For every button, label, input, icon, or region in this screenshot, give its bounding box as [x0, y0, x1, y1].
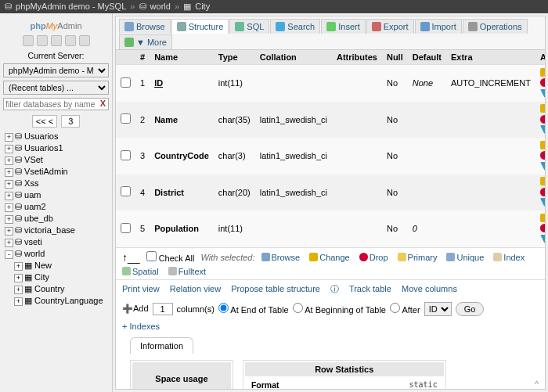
th-collation[interactable]: Collation — [255, 50, 332, 65]
add-count-input[interactable] — [153, 303, 173, 315]
tab-operations[interactable]: Operations — [463, 19, 528, 34]
expand-icon[interactable]: + — [5, 215, 13, 224]
action-drop[interactable]: Drop — [540, 78, 545, 88]
expand-icon[interactable]: + — [14, 274, 23, 282]
action-more[interactable]: More — [540, 234, 545, 243]
expand-icon[interactable]: + — [5, 145, 13, 153]
sidebar-quick-icons[interactable] — [3, 35, 109, 48]
db-node[interactable]: +⛁ uam2 — [3, 201, 109, 213]
th-name[interactable]: Name — [150, 50, 214, 65]
expand-icon[interactable]: + — [5, 239, 13, 247]
server-select[interactable]: phpMyAdmin demo - My — [3, 63, 109, 77]
db-node[interactable]: +⛁ ube_db — [3, 213, 109, 225]
move-columns-link[interactable]: Move columns — [402, 284, 457, 293]
db-crumb[interactable]: world — [150, 2, 171, 11]
tab-search[interactable]: Search — [270, 19, 320, 34]
th-type[interactable]: Type — [214, 50, 255, 65]
opt-end[interactable]: At End of Table — [218, 303, 289, 315]
expand-icon[interactable]: + — [14, 262, 23, 271]
row-checkbox[interactable] — [121, 186, 131, 196]
hide-console[interactable]: ^ — [535, 380, 539, 389]
expand-icon[interactable]: + — [5, 156, 13, 165]
tab-structure[interactable]: Structure — [171, 19, 229, 34]
expand-icon[interactable]: + — [5, 180, 13, 189]
db-pager[interactable]: << < 3 — [3, 115, 109, 128]
row-checkbox[interactable] — [121, 150, 131, 160]
row-checkbox[interactable] — [121, 113, 131, 124]
th-attributes[interactable]: Attributes — [332, 50, 382, 65]
db-node[interactable]: +⛁ vseti — [3, 236, 109, 248]
db-node[interactable]: +⛁ victoria_base — [3, 225, 109, 236]
table-node[interactable]: +▦ City — [3, 272, 109, 283]
tab-insert[interactable]: Insert — [321, 19, 366, 34]
tab-export[interactable]: Export — [366, 19, 414, 34]
server-crumb[interactable]: phpMyAdmin demo - MySQL — [16, 2, 126, 11]
information-tab[interactable]: Information — [130, 337, 193, 354]
ws-unique[interactable]: Unique — [446, 253, 484, 262]
ws-browse[interactable]: Browse — [261, 253, 301, 262]
table-node[interactable]: +▦ Country — [3, 283, 109, 295]
opt-begin[interactable]: At Beginning of Table — [293, 303, 386, 315]
th-default[interactable]: Default — [408, 50, 446, 65]
expand-icon[interactable]: + — [5, 133, 13, 142]
print-view-link[interactable]: Print view — [122, 284, 160, 293]
row-checkbox[interactable] — [121, 223, 131, 233]
pager-page[interactable]: 3 — [61, 115, 80, 128]
db-node[interactable]: +⛁ Usuarios1 — [3, 142, 109, 154]
action-more[interactable]: More — [540, 198, 545, 207]
ws-drop[interactable]: Drop — [359, 253, 388, 262]
tab-import[interactable]: Import — [415, 19, 462, 34]
expand-icon[interactable]: + — [5, 192, 13, 200]
indexes-toggle[interactable]: + Indexes — [122, 322, 160, 331]
action-change[interactable]: Change — [540, 140, 545, 149]
expand-icon[interactable]: - — [5, 250, 13, 259]
table-crumb[interactable]: City — [195, 2, 210, 11]
expand-icon[interactable]: + — [14, 297, 23, 306]
track-table-link[interactable]: Track table — [349, 284, 391, 293]
tab-sql[interactable]: SQL — [229, 19, 269, 34]
clear-filter-icon[interactable]: X — [100, 99, 106, 108]
db-node[interactable]: -⛁ world — [3, 248, 109, 260]
expand-icon[interactable]: + — [5, 203, 13, 212]
action-change[interactable]: Change — [540, 104, 545, 113]
filter-db-input[interactable] — [3, 98, 109, 110]
expand-icon[interactable]: + — [5, 168, 13, 177]
action-change[interactable]: Change — [540, 177, 545, 186]
pager-prev[interactable]: << < — [32, 115, 57, 128]
action-more[interactable]: More — [540, 161, 545, 171]
ws-primary[interactable]: Primary — [398, 253, 438, 262]
action-change[interactable]: Change — [540, 213, 545, 222]
expand-icon[interactable]: + — [14, 286, 23, 294]
th-null[interactable]: Null — [382, 50, 408, 65]
after-column-select[interactable]: ID — [424, 302, 452, 316]
recent-tables-select[interactable]: (Recent tables) ... — [3, 81, 109, 95]
table-node[interactable]: +▦ New — [3, 260, 109, 272]
propose-structure-link[interactable]: Propose table structure — [231, 284, 320, 293]
relation-view-link[interactable]: Relation view — [170, 284, 221, 293]
th-num[interactable]: # — [135, 50, 150, 65]
action-more[interactable]: More — [540, 88, 545, 98]
ws-spatial[interactable]: Spatial — [122, 267, 159, 276]
check-all-box[interactable] — [146, 251, 157, 261]
action-drop[interactable]: Drop — [540, 187, 545, 196]
th-action[interactable]: Action — [535, 50, 545, 65]
table-node[interactable]: +▦ CountryLanguage — [3, 295, 109, 307]
th-extra[interactable]: Extra — [446, 50, 535, 65]
db-node[interactable]: +⛁ Xss — [3, 178, 109, 189]
db-node[interactable]: +⛁ VsetiAdmin — [3, 166, 109, 178]
db-node[interactable]: +⛁ uam — [3, 189, 109, 201]
help-icon[interactable]: ⓘ — [330, 284, 339, 293]
ws-fulltext[interactable]: Fulltext — [168, 267, 206, 276]
action-drop[interactable]: Drop — [540, 224, 545, 233]
db-node[interactable]: +⛁ VSet — [3, 154, 109, 166]
action-change[interactable]: Change — [540, 67, 545, 77]
expand-icon[interactable]: + — [5, 227, 13, 236]
row-checkbox[interactable] — [121, 77, 131, 88]
check-all[interactable]: Check All — [146, 251, 195, 263]
action-drop[interactable]: Drop — [540, 114, 545, 124]
tab-browse[interactable]: Browse — [119, 19, 171, 34]
ws-index[interactable]: Index — [493, 253, 525, 262]
action-more[interactable]: More — [540, 125, 545, 135]
go-button[interactable]: Go — [456, 302, 485, 316]
ws-change[interactable]: Change — [309, 253, 350, 262]
